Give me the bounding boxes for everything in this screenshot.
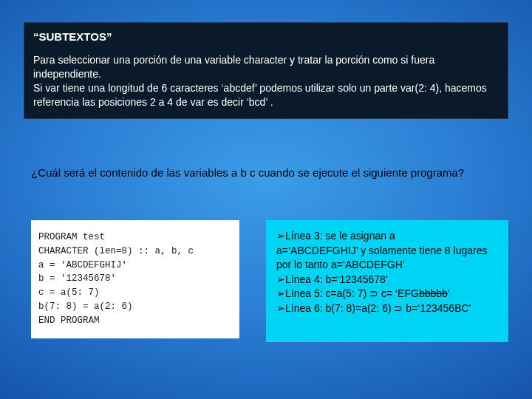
exp-line-1b: a=‘ABCDEFGHIJ’ y solamente tiene 8 lugar…	[276, 244, 498, 273]
bullet-icon: ➢	[276, 287, 285, 301]
explanation-panel: ➢Línea 3: se le asignan a a=‘ABCDEFGHIJ’…	[266, 220, 508, 342]
bullet-icon: ➢	[276, 273, 285, 287]
panel-title: “SUBTEXTOS”	[33, 30, 499, 43]
panel-p2: Si var tiene una longitud de 6 caractere…	[33, 82, 487, 108]
subtextos-panel: “SUBTEXTOS” Para seleccionar una porción…	[24, 22, 508, 119]
exp-line-2: ➢Línea 4: b=‘12345678’	[276, 273, 498, 287]
question-text: ¿Cuál será el contenido de las variables…	[31, 166, 504, 180]
code-listing: PROGRAM test CHARACTER (len=8) :: a, b, …	[31, 220, 239, 338]
strike-text: bbbbb	[419, 287, 448, 299]
bullet-icon: ➢	[276, 229, 285, 244]
bullet-icon: ➢	[276, 301, 285, 316]
exp-line-1: ➢Línea 3: se le asignan a	[276, 229, 498, 244]
exp-line-3: ➢Línea 5: c=a(5: 7) ⊃ c= ‘EFGbbbbb’	[276, 287, 498, 301]
panel-p1: Para seleccionar una porción de una vari…	[33, 54, 434, 80]
panel-body: Para seleccionar una porción de una vari…	[33, 53, 499, 109]
exp-line-4: ➢Línea 6: b(7: 8)=a(2: 6) ⊃ b=‘123456BC'	[276, 301, 498, 316]
